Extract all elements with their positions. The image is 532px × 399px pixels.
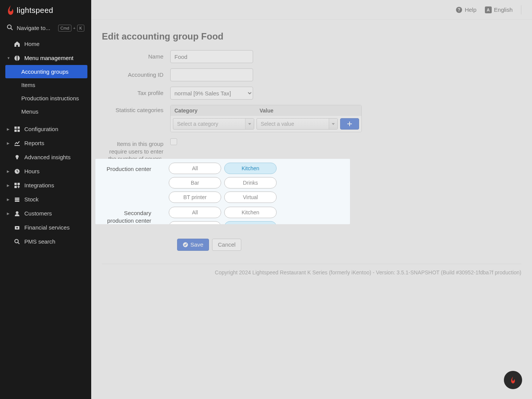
prod-pill-all[interactable]: All — [169, 163, 221, 174]
sidebar-item-menu-management[interactable]: ▼ Menu management — [0, 51, 91, 65]
logo-text: lightspeed — [17, 6, 53, 15]
cancel-button[interactable]: Cancel — [212, 239, 241, 251]
page-title: Edit accounting group Food — [102, 31, 521, 42]
menu-icon — [14, 55, 21, 61]
caret-right-icon: ▶ — [7, 169, 10, 173]
caret-down-icon: ▼ — [7, 56, 10, 60]
language-selector[interactable]: A English — [485, 6, 513, 13]
sidebar-item-integrations[interactable]: ▶ Integrations — [0, 178, 91, 192]
caret-right-icon: ▶ — [7, 141, 10, 145]
svg-point-20 — [16, 211, 19, 214]
help-icon: ? — [456, 6, 462, 13]
stat-categories-table: Category Value Select a category Select … — [170, 105, 362, 132]
caret-right-icon: ▶ — [7, 212, 10, 215]
accounting-id-input[interactable] — [170, 68, 253, 81]
svg-point-9 — [16, 155, 19, 158]
sidebar-item-pms-search[interactable]: PMS search — [0, 234, 91, 249]
label-secondary-production-center: Secondary production center — [99, 207, 158, 224]
tax-profile-select[interactable]: normal [9% Sales Tax] — [170, 87, 253, 100]
svg-point-22 — [16, 227, 18, 228]
search-icon — [7, 24, 13, 32]
sidebar-item-customers[interactable]: ▶ Customers — [0, 206, 91, 220]
sec-pill-bar[interactable]: Bar — [169, 221, 221, 224]
caret-right-icon: ▶ — [7, 198, 10, 201]
save-button[interactable]: Save — [177, 239, 209, 251]
label-accounting-id: Accounting ID — [102, 68, 170, 79]
label-name: Name — [102, 50, 170, 60]
footer-copyright: Copyright 2024 Lightspeed Restaurant K S… — [102, 269, 521, 287]
sidebar-sub-accounting-groups[interactable]: Accounting groups — [5, 65, 87, 78]
grid-icon — [14, 127, 21, 132]
bank-icon — [14, 225, 21, 230]
sidebar-sub-menus[interactable]: Menus — [0, 105, 91, 118]
sec-pill-all[interactable]: All — [169, 207, 221, 218]
help-link[interactable]: ? Help — [456, 6, 477, 13]
nav-search[interactable]: Navigate to... Cmd + K — [0, 21, 91, 37]
label-tax-profile: Tax profile — [102, 87, 170, 97]
sec-pill-drinks[interactable]: Drinks — [224, 221, 277, 224]
caret-right-icon: ▶ — [7, 127, 10, 131]
home-icon — [14, 41, 21, 47]
support-fab[interactable] — [504, 371, 522, 389]
sidebar: lightspeed Navigate to... Cmd + K Home ▼… — [0, 0, 91, 399]
svg-line-1 — [11, 28, 13, 30]
prod-pill-bt-printer[interactable]: BT printer — [169, 192, 221, 203]
prod-pill-bar[interactable]: Bar — [169, 177, 221, 188]
flame-icon — [510, 377, 516, 383]
sidebar-item-hours[interactable]: ▶ Hours — [0, 164, 91, 178]
add-stat-button[interactable] — [340, 118, 359, 130]
nav-search-label: Navigate to... — [17, 25, 50, 31]
covers-checkbox[interactable] — [170, 138, 177, 145]
check-circle-icon — [183, 242, 188, 247]
grid-plus-icon — [14, 183, 21, 188]
stack-icon — [14, 197, 21, 202]
label-production-center: Production center — [99, 163, 158, 173]
clock-icon — [14, 169, 21, 174]
svg-rect-4 — [14, 127, 17, 129]
divider — [521, 5, 521, 14]
search-icon — [14, 239, 21, 244]
sidebar-sub-production-instructions[interactable]: Production instructions — [0, 92, 91, 105]
sidebar-item-configuration[interactable]: ▶ Configuration — [0, 122, 91, 136]
stat-value-combo[interactable]: Select a value — [256, 118, 338, 130]
sec-pill-kitchen[interactable]: Kitchen — [224, 207, 277, 218]
svg-rect-19 — [15, 201, 19, 202]
svg-rect-17 — [15, 198, 19, 199]
sidebar-item-stock[interactable]: ▶ Stock — [0, 192, 91, 206]
highlight-panel: Production center AllKitchenBarDrinksBT … — [95, 159, 350, 224]
svg-rect-18 — [15, 199, 19, 200]
svg-text:?: ? — [458, 7, 460, 13]
label-stat-categories: Statistic categories — [102, 105, 170, 114]
prod-pill-kitchen[interactable]: Kitchen — [224, 163, 277, 174]
prod-pill-virtual[interactable]: Virtual — [224, 192, 277, 203]
sidebar-item-advanced-insights[interactable]: Advanced insights — [0, 150, 91, 164]
svg-rect-5 — [17, 127, 20, 129]
kbd-shortcut: Cmd + K — [58, 25, 84, 32]
logo: lightspeed — [0, 0, 91, 21]
topbar: ? Help A English — [91, 0, 532, 20]
sidebar-item-financial-services[interactable]: Financial services — [0, 220, 91, 234]
secondary-production-center-pills: AllKitchenBarDrinksBT printerVirtual — [158, 207, 333, 224]
divider — [102, 264, 521, 264]
svg-rect-15 — [17, 183, 20, 185]
stat-col-value: Value — [256, 105, 341, 116]
svg-rect-10 — [16, 158, 18, 159]
sidebar-sub-items[interactable]: Items — [0, 78, 91, 92]
sidebar-item-reports[interactable]: ▶ Reports — [0, 136, 91, 150]
prod-pill-drinks[interactable]: Drinks — [224, 177, 277, 188]
user-icon — [14, 211, 21, 216]
lightbulb-icon — [14, 155, 21, 160]
flame-icon — [7, 5, 14, 15]
svg-rect-16 — [14, 186, 17, 188]
svg-rect-14 — [14, 183, 17, 185]
stat-category-combo[interactable]: Select a category — [173, 118, 254, 130]
name-input[interactable] — [170, 50, 253, 63]
svg-rect-7 — [17, 130, 20, 132]
svg-line-24 — [18, 242, 19, 244]
globe-icon: A — [485, 6, 492, 13]
chart-icon — [14, 141, 21, 146]
sidebar-item-home[interactable]: Home — [0, 37, 91, 51]
plus-icon — [347, 121, 352, 127]
stat-col-category: Category — [171, 105, 256, 116]
svg-rect-6 — [14, 130, 17, 132]
